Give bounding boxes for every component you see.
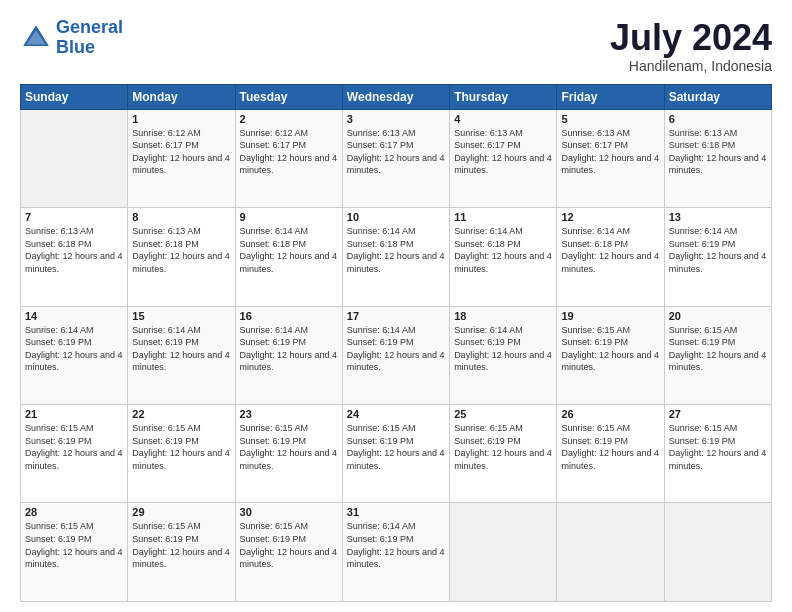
logo: General Blue — [20, 18, 123, 58]
calendar-cell: 5Sunrise: 6:13 AMSunset: 6:17 PMDaylight… — [557, 109, 664, 207]
day-info: Sunrise: 6:14 AMSunset: 6:18 PMDaylight:… — [240, 225, 338, 275]
day-number: 13 — [669, 211, 767, 223]
logo-line1: General — [56, 17, 123, 37]
calendar-cell — [450, 503, 557, 602]
calendar-cell — [557, 503, 664, 602]
day-info: Sunrise: 6:14 AMSunset: 6:19 PMDaylight:… — [454, 324, 552, 374]
day-number: 14 — [25, 310, 123, 322]
day-info: Sunrise: 6:15 AMSunset: 6:19 PMDaylight:… — [25, 422, 123, 472]
day-number: 24 — [347, 408, 445, 420]
day-info: Sunrise: 6:15 AMSunset: 6:19 PMDaylight:… — [240, 422, 338, 472]
day-number: 28 — [25, 506, 123, 518]
day-number: 3 — [347, 113, 445, 125]
calendar-week-1: 7Sunrise: 6:13 AMSunset: 6:18 PMDaylight… — [21, 208, 772, 306]
day-info: Sunrise: 6:14 AMSunset: 6:19 PMDaylight:… — [240, 324, 338, 374]
day-number: 30 — [240, 506, 338, 518]
day-info: Sunrise: 6:14 AMSunset: 6:19 PMDaylight:… — [669, 225, 767, 275]
day-info: Sunrise: 6:14 AMSunset: 6:18 PMDaylight:… — [561, 225, 659, 275]
month-title: July 2024 — [610, 18, 772, 58]
day-number: 23 — [240, 408, 338, 420]
calendar-cell: 7Sunrise: 6:13 AMSunset: 6:18 PMDaylight… — [21, 208, 128, 306]
day-number: 5 — [561, 113, 659, 125]
day-info: Sunrise: 6:14 AMSunset: 6:19 PMDaylight:… — [347, 324, 445, 374]
day-number: 15 — [132, 310, 230, 322]
calendar-week-4: 28Sunrise: 6:15 AMSunset: 6:19 PMDayligh… — [21, 503, 772, 602]
calendar-cell: 28Sunrise: 6:15 AMSunset: 6:19 PMDayligh… — [21, 503, 128, 602]
calendar-cell: 16Sunrise: 6:14 AMSunset: 6:19 PMDayligh… — [235, 306, 342, 404]
calendar-cell: 27Sunrise: 6:15 AMSunset: 6:19 PMDayligh… — [664, 405, 771, 503]
day-number: 7 — [25, 211, 123, 223]
logo-text: General Blue — [56, 18, 123, 58]
calendar-cell: 31Sunrise: 6:14 AMSunset: 6:19 PMDayligh… — [342, 503, 449, 602]
day-number: 25 — [454, 408, 552, 420]
calendar-cell: 29Sunrise: 6:15 AMSunset: 6:19 PMDayligh… — [128, 503, 235, 602]
day-number: 19 — [561, 310, 659, 322]
col-thursday: Thursday — [450, 84, 557, 109]
day-number: 10 — [347, 211, 445, 223]
calendar-cell: 24Sunrise: 6:15 AMSunset: 6:19 PMDayligh… — [342, 405, 449, 503]
day-info: Sunrise: 6:13 AMSunset: 6:17 PMDaylight:… — [347, 127, 445, 177]
day-info: Sunrise: 6:15 AMSunset: 6:19 PMDaylight:… — [132, 520, 230, 570]
calendar-cell: 4Sunrise: 6:13 AMSunset: 6:17 PMDaylight… — [450, 109, 557, 207]
calendar-cell: 8Sunrise: 6:13 AMSunset: 6:18 PMDaylight… — [128, 208, 235, 306]
calendar-week-3: 21Sunrise: 6:15 AMSunset: 6:19 PMDayligh… — [21, 405, 772, 503]
day-info: Sunrise: 6:13 AMSunset: 6:18 PMDaylight:… — [132, 225, 230, 275]
calendar-cell: 13Sunrise: 6:14 AMSunset: 6:19 PMDayligh… — [664, 208, 771, 306]
day-number: 18 — [454, 310, 552, 322]
day-number: 8 — [132, 211, 230, 223]
day-info: Sunrise: 6:13 AMSunset: 6:18 PMDaylight:… — [669, 127, 767, 177]
day-number: 29 — [132, 506, 230, 518]
calendar-cell: 10Sunrise: 6:14 AMSunset: 6:18 PMDayligh… — [342, 208, 449, 306]
calendar-cell: 6Sunrise: 6:13 AMSunset: 6:18 PMDaylight… — [664, 109, 771, 207]
day-number: 2 — [240, 113, 338, 125]
day-number: 16 — [240, 310, 338, 322]
day-number: 1 — [132, 113, 230, 125]
day-number: 12 — [561, 211, 659, 223]
day-info: Sunrise: 6:13 AMSunset: 6:17 PMDaylight:… — [454, 127, 552, 177]
calendar-cell: 20Sunrise: 6:15 AMSunset: 6:19 PMDayligh… — [664, 306, 771, 404]
logo-line2: Blue — [56, 37, 95, 57]
calendar-cell: 14Sunrise: 6:14 AMSunset: 6:19 PMDayligh… — [21, 306, 128, 404]
day-info: Sunrise: 6:14 AMSunset: 6:18 PMDaylight:… — [347, 225, 445, 275]
day-info: Sunrise: 6:13 AMSunset: 6:18 PMDaylight:… — [25, 225, 123, 275]
calendar-cell: 23Sunrise: 6:15 AMSunset: 6:19 PMDayligh… — [235, 405, 342, 503]
day-info: Sunrise: 6:14 AMSunset: 6:19 PMDaylight:… — [347, 520, 445, 570]
day-number: 31 — [347, 506, 445, 518]
calendar-cell: 9Sunrise: 6:14 AMSunset: 6:18 PMDaylight… — [235, 208, 342, 306]
calendar-body: 1Sunrise: 6:12 AMSunset: 6:17 PMDaylight… — [21, 109, 772, 601]
day-number: 22 — [132, 408, 230, 420]
header: General Blue July 2024 Handilenam, Indon… — [20, 18, 772, 74]
calendar-cell: 26Sunrise: 6:15 AMSunset: 6:19 PMDayligh… — [557, 405, 664, 503]
day-info: Sunrise: 6:15 AMSunset: 6:19 PMDaylight:… — [25, 520, 123, 570]
day-info: Sunrise: 6:14 AMSunset: 6:18 PMDaylight:… — [454, 225, 552, 275]
calendar-cell: 3Sunrise: 6:13 AMSunset: 6:17 PMDaylight… — [342, 109, 449, 207]
logo-icon — [20, 22, 52, 54]
day-info: Sunrise: 6:15 AMSunset: 6:19 PMDaylight:… — [561, 324, 659, 374]
day-info: Sunrise: 6:15 AMSunset: 6:19 PMDaylight:… — [240, 520, 338, 570]
day-info: Sunrise: 6:13 AMSunset: 6:17 PMDaylight:… — [561, 127, 659, 177]
day-info: Sunrise: 6:15 AMSunset: 6:19 PMDaylight:… — [132, 422, 230, 472]
day-info: Sunrise: 6:15 AMSunset: 6:19 PMDaylight:… — [669, 324, 767, 374]
title-block: July 2024 Handilenam, Indonesia — [610, 18, 772, 74]
calendar-cell: 21Sunrise: 6:15 AMSunset: 6:19 PMDayligh… — [21, 405, 128, 503]
calendar-cell: 19Sunrise: 6:15 AMSunset: 6:19 PMDayligh… — [557, 306, 664, 404]
weekday-row: Sunday Monday Tuesday Wednesday Thursday… — [21, 84, 772, 109]
day-number: 6 — [669, 113, 767, 125]
day-info: Sunrise: 6:15 AMSunset: 6:19 PMDaylight:… — [561, 422, 659, 472]
day-number: 4 — [454, 113, 552, 125]
day-info: Sunrise: 6:12 AMSunset: 6:17 PMDaylight:… — [240, 127, 338, 177]
calendar-table: Sunday Monday Tuesday Wednesday Thursday… — [20, 84, 772, 602]
calendar-cell — [21, 109, 128, 207]
day-info: Sunrise: 6:15 AMSunset: 6:19 PMDaylight:… — [454, 422, 552, 472]
day-info: Sunrise: 6:14 AMSunset: 6:19 PMDaylight:… — [132, 324, 230, 374]
calendar-header: Sunday Monday Tuesday Wednesday Thursday… — [21, 84, 772, 109]
calendar-cell: 2Sunrise: 6:12 AMSunset: 6:17 PMDaylight… — [235, 109, 342, 207]
calendar-week-0: 1Sunrise: 6:12 AMSunset: 6:17 PMDaylight… — [21, 109, 772, 207]
day-number: 20 — [669, 310, 767, 322]
day-number: 21 — [25, 408, 123, 420]
col-wednesday: Wednesday — [342, 84, 449, 109]
day-info: Sunrise: 6:14 AMSunset: 6:19 PMDaylight:… — [25, 324, 123, 374]
calendar-cell: 22Sunrise: 6:15 AMSunset: 6:19 PMDayligh… — [128, 405, 235, 503]
calendar-cell: 17Sunrise: 6:14 AMSunset: 6:19 PMDayligh… — [342, 306, 449, 404]
day-number: 26 — [561, 408, 659, 420]
